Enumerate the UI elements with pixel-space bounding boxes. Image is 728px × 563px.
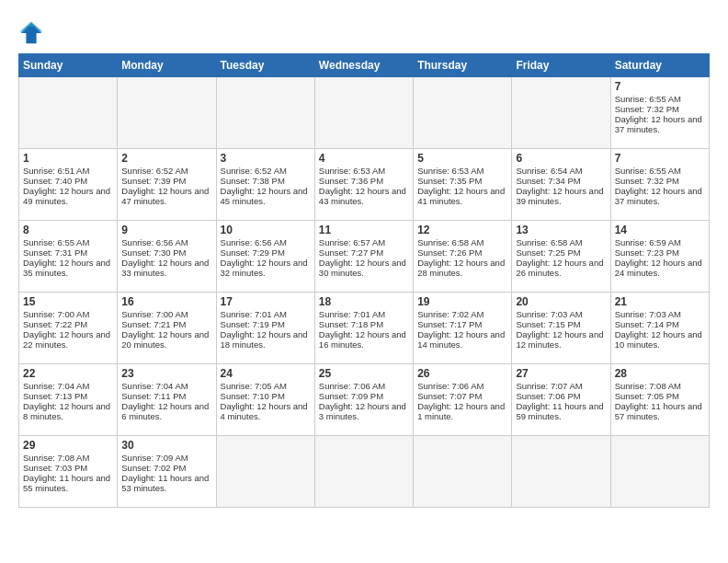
col-header-monday: Monday [118, 54, 216, 77]
day-cell: 23Sunrise: 7:04 AMSunset: 7:11 PMDayligh… [118, 364, 216, 436]
daylight: Daylight: 12 hours and 14 minutes. [417, 329, 505, 350]
daylight: Daylight: 12 hours and 49 minutes. [23, 186, 110, 206]
day-cell [610, 436, 709, 508]
sunrise: Sunrise: 7:06 AM [319, 381, 385, 391]
col-header-sunday: Sunday [19, 54, 118, 77]
day-cell: 5Sunrise: 6:53 AMSunset: 7:35 PMDaylight… [414, 149, 512, 221]
daylight: Daylight: 12 hours and 8 minutes. [23, 401, 110, 421]
sunset: Sunset: 7:29 PM [221, 247, 285, 258]
col-header-friday: Friday [512, 54, 610, 77]
sunset: Sunset: 7:05 PM [615, 391, 679, 401]
day-cell: 4Sunrise: 6:53 AMSunset: 7:36 PMDaylight… [314, 149, 413, 221]
sunset: Sunset: 7:31 PM [23, 247, 87, 258]
day-cell: 13Sunrise: 6:58 AMSunset: 7:25 PMDayligh… [512, 221, 610, 293]
sunset: Sunset: 7:02 PM [121, 463, 186, 473]
day-cell: 30Sunrise: 7:09 AMSunset: 7:02 PMDayligh… [118, 436, 216, 508]
daylight: Daylight: 12 hours and 32 minutes. [221, 258, 308, 278]
day-number: 1 [23, 152, 113, 165]
sunrise: Sunrise: 6:53 AM [319, 166, 385, 176]
sunrise: Sunrise: 6:55 AM [23, 237, 89, 247]
sunset: Sunset: 7:10 PM [221, 391, 285, 401]
day-cell [19, 77, 118, 149]
daylight: Daylight: 12 hours and 20 minutes. [121, 329, 209, 350]
day-number: 13 [516, 224, 606, 236]
day-number: 19 [417, 295, 507, 308]
sunset: Sunset: 7:11 PM [121, 391, 186, 401]
daylight: Daylight: 11 hours and 59 minutes. [516, 401, 603, 421]
day-number: 30 [121, 439, 211, 452]
sunrise: Sunrise: 7:06 AM [417, 381, 483, 391]
sunrise: Sunrise: 6:55 AM [615, 166, 681, 176]
day-cell: 12Sunrise: 6:58 AMSunset: 7:26 PMDayligh… [414, 221, 512, 293]
daylight: Daylight: 12 hours and 35 minutes. [23, 258, 110, 278]
sunrise: Sunrise: 6:52 AM [121, 166, 188, 176]
day-cell: 2Sunrise: 6:52 AMSunset: 7:39 PMDaylight… [118, 149, 216, 221]
sunset: Sunset: 7:26 PM [417, 247, 482, 258]
sunset: Sunset: 7:07 PM [417, 391, 482, 401]
day-number: 10 [221, 224, 311, 236]
daylight: Daylight: 12 hours and 1 minute. [417, 401, 505, 421]
col-header-thursday: Thursday [414, 54, 512, 77]
sunset: Sunset: 7:32 PM [615, 176, 679, 186]
sunrise: Sunrise: 6:55 AM [615, 94, 681, 104]
day-number: 27 [516, 367, 606, 380]
day-cell: 8Sunrise: 6:55 AMSunset: 7:31 PMDaylight… [19, 221, 118, 293]
daylight: Daylight: 12 hours and 26 minutes. [516, 258, 603, 278]
calendar-table: SundayMondayTuesdayWednesdayThursdayFrid… [18, 53, 710, 508]
day-cell: 20Sunrise: 7:03 AMSunset: 7:15 PMDayligh… [512, 293, 610, 364]
sunrise: Sunrise: 7:05 AM [221, 381, 287, 391]
day-cell: 24Sunrise: 7:05 AMSunset: 7:10 PMDayligh… [216, 364, 314, 436]
sunset: Sunset: 7:36 PM [319, 176, 383, 186]
day-cell [414, 436, 512, 508]
day-number: 21 [615, 295, 705, 308]
sunrise: Sunrise: 7:09 AM [121, 453, 188, 463]
day-cell: 1Sunrise: 6:51 AMSunset: 7:40 PMDaylight… [19, 149, 118, 221]
sunset: Sunset: 7:27 PM [319, 247, 383, 258]
daylight: Daylight: 12 hours and 3 minutes. [319, 401, 406, 421]
day-cell: 28Sunrise: 7:08 AMSunset: 7:05 PMDayligh… [610, 364, 709, 436]
day-cell [512, 436, 610, 508]
sunrise: Sunrise: 7:01 AM [319, 309, 385, 319]
day-number: 18 [319, 295, 409, 308]
day-cell [314, 436, 413, 508]
day-cell: 10Sunrise: 6:56 AMSunset: 7:29 PMDayligh… [216, 221, 314, 293]
header-row [18, 17, 710, 46]
daylight: Daylight: 12 hours and 28 minutes. [417, 258, 505, 278]
day-cell: 25Sunrise: 7:06 AMSunset: 7:09 PMDayligh… [314, 364, 413, 436]
day-cell: 7Sunrise: 6:55 AMSunset: 7:32 PMDaylight… [610, 149, 709, 221]
day-number: 12 [417, 224, 507, 236]
sunrise: Sunrise: 7:02 AM [417, 309, 483, 319]
week-row: 7Sunrise: 6:55 AMSunset: 7:32 PMDaylight… [19, 77, 710, 149]
daylight: Daylight: 12 hours and 4 minutes. [221, 401, 308, 421]
sunrise: Sunrise: 6:56 AM [221, 237, 287, 247]
day-number: 16 [121, 295, 211, 308]
sunset: Sunset: 7:32 PM [615, 104, 679, 114]
sunset: Sunset: 7:25 PM [516, 247, 580, 258]
day-number: 6 [516, 152, 606, 165]
day-cell [118, 77, 216, 149]
daylight: Daylight: 12 hours and 45 minutes. [221, 186, 308, 206]
day-number: 8 [23, 224, 113, 236]
day-cell: 7Sunrise: 6:55 AMSunset: 7:32 PMDaylight… [610, 77, 709, 149]
sunrise: Sunrise: 7:08 AM [615, 381, 681, 391]
day-number: 28 [615, 367, 705, 380]
logo [18, 20, 48, 46]
sunrise: Sunrise: 7:04 AM [23, 381, 89, 391]
day-cell: 11Sunrise: 6:57 AMSunset: 7:27 PMDayligh… [314, 221, 413, 293]
week-row: 29Sunrise: 7:08 AMSunset: 7:03 PMDayligh… [19, 436, 710, 508]
day-number: 11 [319, 224, 409, 236]
sunset: Sunset: 7:17 PM [417, 319, 482, 329]
day-cell: 26Sunrise: 7:06 AMSunset: 7:07 PMDayligh… [414, 364, 512, 436]
day-cell: 9Sunrise: 6:56 AMSunset: 7:30 PMDaylight… [118, 221, 216, 293]
sunrise: Sunrise: 7:07 AM [516, 381, 582, 391]
sunset: Sunset: 7:22 PM [23, 319, 87, 329]
week-row: 1Sunrise: 6:51 AMSunset: 7:40 PMDaylight… [19, 149, 710, 221]
day-cell: 22Sunrise: 7:04 AMSunset: 7:13 PMDayligh… [19, 364, 118, 436]
page-container: SundayMondayTuesdayWednesdayThursdayFrid… [0, 0, 728, 517]
day-number: 9 [121, 224, 211, 236]
daylight: Daylight: 12 hours and 12 minutes. [516, 329, 603, 350]
sunset: Sunset: 7:38 PM [221, 176, 285, 186]
day-number: 7 [615, 152, 705, 165]
day-cell: 21Sunrise: 7:03 AMSunset: 7:14 PMDayligh… [610, 293, 709, 364]
sunset: Sunset: 7:03 PM [23, 463, 87, 473]
